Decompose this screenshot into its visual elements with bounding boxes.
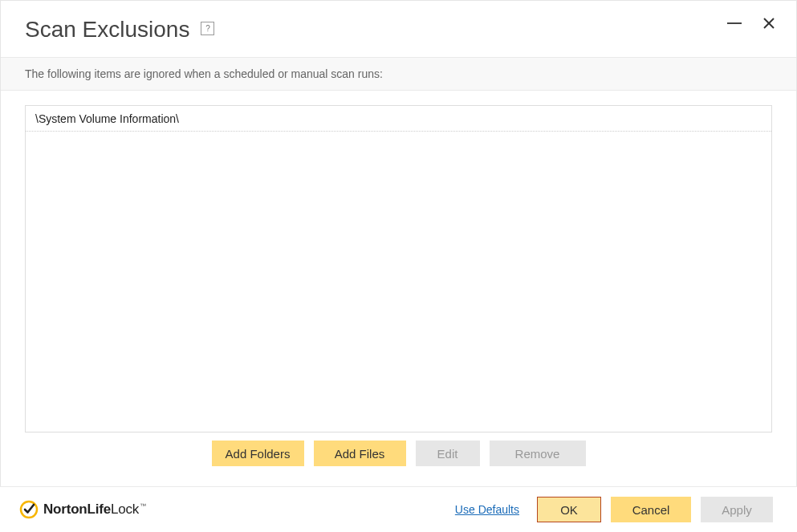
add-files-button[interactable]: Add Files [314, 441, 406, 466]
add-folders-button[interactable]: Add Folders [212, 441, 304, 466]
cancel-button[interactable]: Cancel [611, 497, 691, 522]
remove-button: Remove [490, 441, 586, 466]
minimize-icon[interactable] [727, 22, 742, 24]
footer-buttons: OK Cancel Apply [537, 497, 773, 522]
edit-button: Edit [416, 441, 480, 466]
brand-logo: NortonLifeLock™ [19, 500, 146, 519]
ok-button[interactable]: OK [537, 497, 601, 522]
header: Scan Exclusions ? [1, 1, 796, 57]
list-actions: Add Folders Add Files Edit Remove [25, 441, 772, 466]
help-icon[interactable]: ? [201, 22, 214, 35]
close-icon[interactable] [762, 17, 775, 30]
apply-button: Apply [701, 497, 773, 522]
use-defaults-link[interactable]: Use Defaults [455, 503, 519, 516]
page-title: Scan Exclusions [25, 17, 189, 43]
brand-text: NortonLifeLock™ [43, 502, 146, 518]
window-controls [727, 17, 775, 30]
content-area: \System Volume Information\ Add Folders … [1, 91, 796, 466]
list-item[interactable]: \System Volume Information\ [26, 106, 771, 132]
subheader-text: The following items are ignored when a s… [1, 57, 796, 91]
footer-actions: Use Defaults OK Cancel Apply [455, 497, 773, 522]
checkmark-circle-icon [19, 500, 39, 519]
exclusions-list[interactable]: \System Volume Information\ [25, 105, 772, 433]
footer: NortonLifeLock™ Use Defaults OK Cancel A… [0, 486, 797, 532]
